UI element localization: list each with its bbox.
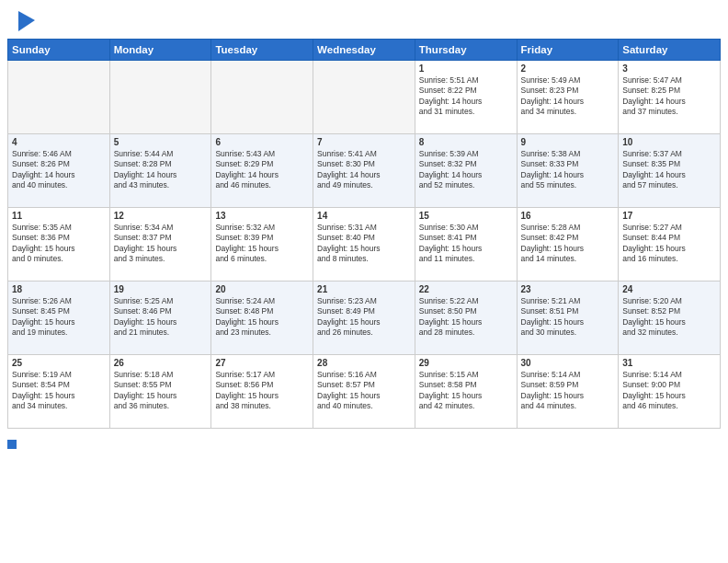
calendar-cell xyxy=(8,61,110,134)
day-info: Sunrise: 5:21 AM Sunset: 8:51 PM Dayligh… xyxy=(521,296,615,339)
calendar-cell: 22Sunrise: 5:22 AM Sunset: 8:50 PM Dayli… xyxy=(415,282,517,355)
day-info: Sunrise: 5:47 AM Sunset: 8:25 PM Dayligh… xyxy=(622,75,716,118)
calendar-cell: 29Sunrise: 5:15 AM Sunset: 8:58 PM Dayli… xyxy=(415,355,517,429)
day-number: 5 xyxy=(114,137,208,147)
day-number: 31 xyxy=(622,358,716,368)
day-header-sunday: Sunday xyxy=(8,40,110,61)
calendar-week-row: 11Sunrise: 5:35 AM Sunset: 8:36 PM Dayli… xyxy=(8,208,721,282)
day-info: Sunrise: 5:44 AM Sunset: 8:28 PM Dayligh… xyxy=(114,149,208,191)
calendar-cell: 6Sunrise: 5:43 AM Sunset: 8:29 PM Daylig… xyxy=(211,134,313,208)
day-number: 29 xyxy=(419,358,513,368)
day-info: Sunrise: 5:41 AM Sunset: 8:30 PM Dayligh… xyxy=(317,149,411,191)
day-number: 22 xyxy=(419,284,513,294)
day-info: Sunrise: 5:25 AM Sunset: 8:46 PM Dayligh… xyxy=(114,296,208,339)
calendar-cell xyxy=(109,61,211,134)
calendar-cell: 4Sunrise: 5:46 AM Sunset: 8:26 PM Daylig… xyxy=(8,134,110,208)
day-number: 16 xyxy=(521,211,615,221)
calendar-cell: 17Sunrise: 5:27 AM Sunset: 8:44 PM Dayli… xyxy=(619,208,721,282)
day-info: Sunrise: 5:39 AM Sunset: 8:32 PM Dayligh… xyxy=(419,149,513,191)
day-number: 14 xyxy=(317,211,411,221)
day-info: Sunrise: 5:32 AM Sunset: 8:39 PM Dayligh… xyxy=(215,223,309,265)
day-info: Sunrise: 5:15 AM Sunset: 8:58 PM Dayligh… xyxy=(419,370,513,412)
day-header-friday: Friday xyxy=(517,40,619,61)
daylight-dot xyxy=(7,440,17,449)
day-info: Sunrise: 5:27 AM Sunset: 8:44 PM Dayligh… xyxy=(622,223,716,265)
day-number: 11 xyxy=(12,211,106,221)
calendar-cell: 28Sunrise: 5:16 AM Sunset: 8:57 PM Dayli… xyxy=(313,355,415,429)
day-number: 20 xyxy=(215,284,309,294)
day-info: Sunrise: 5:30 AM Sunset: 8:41 PM Dayligh… xyxy=(419,223,513,265)
day-number: 18 xyxy=(12,284,106,294)
day-info: Sunrise: 5:43 AM Sunset: 8:29 PM Dayligh… xyxy=(215,149,309,191)
day-info: Sunrise: 5:23 AM Sunset: 8:49 PM Dayligh… xyxy=(317,296,411,339)
calendar-cell: 1Sunrise: 5:51 AM Sunset: 8:22 PM Daylig… xyxy=(415,61,517,134)
day-number: 10 xyxy=(622,137,716,147)
day-info: Sunrise: 5:46 AM Sunset: 8:26 PM Dayligh… xyxy=(12,149,106,191)
day-number: 27 xyxy=(215,358,309,368)
day-number: 13 xyxy=(215,211,309,221)
day-number: 25 xyxy=(12,358,106,368)
svg-marker-0 xyxy=(18,11,35,31)
calendar-wrapper: SundayMondayTuesdayWednesdayThursdayFrid… xyxy=(0,39,728,436)
day-number: 26 xyxy=(114,358,208,368)
day-info: Sunrise: 5:19 AM Sunset: 8:54 PM Dayligh… xyxy=(12,370,106,412)
calendar-cell: 2Sunrise: 5:49 AM Sunset: 8:23 PM Daylig… xyxy=(517,61,619,134)
day-info: Sunrise: 5:51 AM Sunset: 8:22 PM Dayligh… xyxy=(419,75,513,118)
day-info: Sunrise: 5:14 AM Sunset: 8:59 PM Dayligh… xyxy=(521,370,615,412)
day-number: 1 xyxy=(419,63,513,74)
day-number: 17 xyxy=(622,211,716,221)
day-number: 7 xyxy=(317,137,411,147)
calendar-cell: 14Sunrise: 5:31 AM Sunset: 8:40 PM Dayli… xyxy=(313,208,415,282)
day-info: Sunrise: 5:28 AM Sunset: 8:42 PM Dayligh… xyxy=(521,223,615,265)
calendar-week-row: 25Sunrise: 5:19 AM Sunset: 8:54 PM Dayli… xyxy=(8,355,721,429)
calendar-cell: 5Sunrise: 5:44 AM Sunset: 8:28 PM Daylig… xyxy=(109,134,211,208)
day-info: Sunrise: 5:14 AM Sunset: 9:00 PM Dayligh… xyxy=(622,370,716,412)
day-number: 30 xyxy=(521,358,615,368)
calendar-cell: 19Sunrise: 5:25 AM Sunset: 8:46 PM Dayli… xyxy=(109,282,211,355)
calendar-cell: 11Sunrise: 5:35 AM Sunset: 8:36 PM Dayli… xyxy=(8,208,110,282)
day-info: Sunrise: 5:35 AM Sunset: 8:36 PM Dayligh… xyxy=(12,223,106,265)
day-number: 9 xyxy=(521,137,615,147)
day-number: 12 xyxy=(114,211,208,221)
calendar-cell: 15Sunrise: 5:30 AM Sunset: 8:41 PM Dayli… xyxy=(415,208,517,282)
day-number: 6 xyxy=(215,137,309,147)
day-number: 3 xyxy=(622,63,716,74)
day-header-saturday: Saturday xyxy=(619,40,721,61)
header xyxy=(0,0,728,39)
day-header-wednesday: Wednesday xyxy=(313,40,415,61)
calendar-cell xyxy=(313,61,415,134)
day-header-monday: Monday xyxy=(109,40,211,61)
day-number: 24 xyxy=(622,284,716,294)
calendar-cell: 10Sunrise: 5:37 AM Sunset: 8:35 PM Dayli… xyxy=(619,134,721,208)
day-info: Sunrise: 5:34 AM Sunset: 8:37 PM Dayligh… xyxy=(114,223,208,265)
calendar-cell: 12Sunrise: 5:34 AM Sunset: 8:37 PM Dayli… xyxy=(109,208,211,282)
day-header-thursday: Thursday xyxy=(415,40,517,61)
day-info: Sunrise: 5:17 AM Sunset: 8:56 PM Dayligh… xyxy=(215,370,309,412)
calendar-cell: 13Sunrise: 5:32 AM Sunset: 8:39 PM Dayli… xyxy=(211,208,313,282)
calendar-cell: 3Sunrise: 5:47 AM Sunset: 8:25 PM Daylig… xyxy=(619,61,721,134)
day-header-tuesday: Tuesday xyxy=(211,40,313,61)
calendar-cell: 8Sunrise: 5:39 AM Sunset: 8:32 PM Daylig… xyxy=(415,134,517,208)
logo xyxy=(15,11,35,31)
calendar-cell: 16Sunrise: 5:28 AM Sunset: 8:42 PM Dayli… xyxy=(517,208,619,282)
calendar-cell: 27Sunrise: 5:17 AM Sunset: 8:56 PM Dayli… xyxy=(211,355,313,429)
day-info: Sunrise: 5:38 AM Sunset: 8:33 PM Dayligh… xyxy=(521,149,615,191)
calendar-cell xyxy=(211,61,313,134)
calendar-cell: 24Sunrise: 5:20 AM Sunset: 8:52 PM Dayli… xyxy=(619,282,721,355)
day-number: 8 xyxy=(419,137,513,147)
day-number: 23 xyxy=(521,284,615,294)
day-info: Sunrise: 5:18 AM Sunset: 8:55 PM Dayligh… xyxy=(114,370,208,412)
day-number: 19 xyxy=(114,284,208,294)
calendar-cell: 7Sunrise: 5:41 AM Sunset: 8:30 PM Daylig… xyxy=(313,134,415,208)
day-number: 28 xyxy=(317,358,411,368)
day-info: Sunrise: 5:37 AM Sunset: 8:35 PM Dayligh… xyxy=(622,149,716,191)
calendar-table: SundayMondayTuesdayWednesdayThursdayFrid… xyxy=(7,39,721,429)
calendar-week-row: 18Sunrise: 5:26 AM Sunset: 8:45 PM Dayli… xyxy=(8,282,721,355)
day-number: 15 xyxy=(419,211,513,221)
day-info: Sunrise: 5:24 AM Sunset: 8:48 PM Dayligh… xyxy=(215,296,309,339)
day-info: Sunrise: 5:22 AM Sunset: 8:50 PM Dayligh… xyxy=(419,296,513,339)
days-header-row: SundayMondayTuesdayWednesdayThursdayFrid… xyxy=(8,40,721,61)
day-info: Sunrise: 5:49 AM Sunset: 8:23 PM Dayligh… xyxy=(521,75,615,118)
day-info: Sunrise: 5:26 AM Sunset: 8:45 PM Dayligh… xyxy=(12,296,106,339)
logo-icon xyxy=(18,11,35,31)
